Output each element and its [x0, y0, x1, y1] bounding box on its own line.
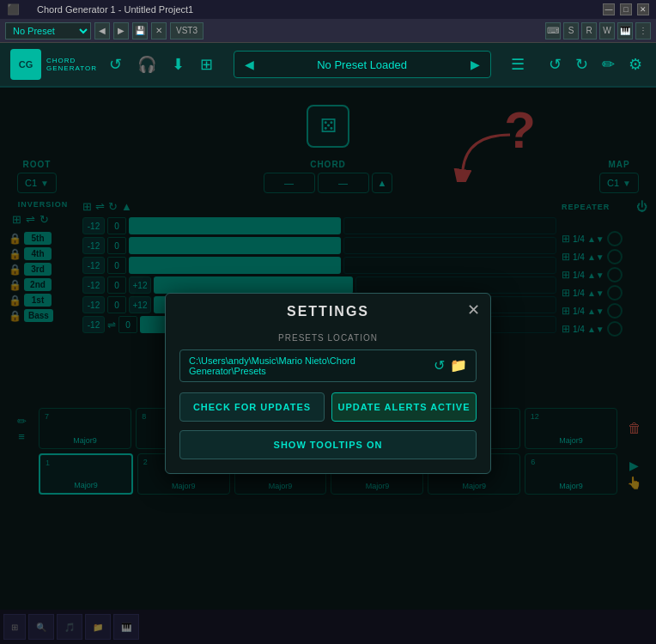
check-updates-button[interactable]: CHECK FOR UPDATES — [179, 392, 325, 422]
close-button[interactable]: ✕ — [637, 3, 649, 15]
presets-location-label: PRESETS LOCATION — [179, 333, 477, 343]
headphones-icon[interactable]: 🎧 — [134, 52, 160, 77]
extra-btn[interactable]: ⋮ — [635, 22, 651, 39]
menu-icon[interactable]: ☰ — [507, 52, 528, 77]
vst-button[interactable]: VST3 — [170, 22, 203, 39]
save-preset-button[interactable]: 💾 — [132, 22, 148, 39]
top-toolbar: CG CHORD GENERATOR ↺ 🎧 ⬇ ⊞ ◀ No Preset L… — [0, 43, 656, 88]
keyboard-icon-btn[interactable]: ⌨ — [545, 22, 561, 39]
presets-path-text: C:\Users\andy\Music\Mario Nieto\Chord Ge… — [189, 355, 428, 376]
preset-next-button[interactable]: ▶ — [471, 58, 480, 71]
undo-toolbar-icon[interactable]: ↺ — [545, 52, 565, 77]
minimize-button[interactable]: — — [603, 3, 615, 15]
modal-close-button[interactable]: ✕ — [467, 301, 480, 319]
logo-text: CHORD GENERATOR — [46, 57, 97, 72]
logo-line1: CHORD — [46, 57, 97, 64]
modal-overlay: SETTINGS ✕ PRESETS LOCATION C:\Users\and… — [0, 88, 656, 644]
undo-icon[interactable]: ↺ — [106, 52, 125, 77]
modal-title-bar: SETTINGS ✕ — [166, 294, 490, 326]
prev-preset-button[interactable]: ◀ — [94, 22, 110, 39]
maximize-button[interactable]: □ — [620, 3, 632, 15]
update-active-button[interactable]: UPDATE ALERTS ACTIVE — [331, 392, 477, 422]
settings-modal: SETTINGS ✕ PRESETS LOCATION C:\Users\and… — [165, 293, 491, 474]
app-icon: ⬛ — [7, 3, 20, 15]
title-bar: ⬛ Chord Generator 1 - Untitled Project1 … — [0, 0, 656, 19]
modal-btn-row: CHECK FOR UPDATES UPDATE ALERTS ACTIVE — [179, 392, 477, 422]
delete-preset-button[interactable]: ✕ — [151, 22, 167, 39]
window-controls: — □ ✕ — [603, 3, 649, 15]
path-refresh-button[interactable]: ↺ — [434, 357, 445, 374]
preset-dropdown[interactable]: No Preset — [5, 22, 91, 39]
toolbar-right: ↺ ↻ ✏ ⚙ — [545, 52, 646, 77]
grid-icon[interactable]: ⊞ — [197, 52, 216, 77]
presets-path-row: C:\Users\andy\Music\Mario Nieto\Chord Ge… — [179, 349, 477, 382]
logo-box: CG — [10, 49, 41, 80]
download-icon[interactable]: ⬇ — [168, 52, 188, 77]
show-tooltips-button[interactable]: SHOW TOOLTIPS ON — [179, 430, 477, 459]
r-button[interactable]: R — [581, 22, 597, 39]
redo-toolbar-icon[interactable]: ↻ — [572, 52, 592, 77]
preset-prev-button[interactable]: ◀ — [245, 58, 254, 71]
preset-display: ◀ No Preset Loaded ▶ — [234, 51, 491, 78]
pencil-icon[interactable]: ✏ — [598, 52, 618, 77]
next-preset-button[interactable]: ▶ — [113, 22, 129, 39]
modal-body: PRESETS LOCATION C:\Users\andy\Music\Mar… — [166, 326, 490, 473]
window-title: Chord Generator 1 - Untitled Project1 — [20, 4, 603, 15]
preset-loaded-text: No Preset Loaded — [261, 58, 464, 71]
app-area: ⚄ ? ROOT C1 ▼ CHORD — — ▲ MAP — [0, 88, 656, 644]
s-button[interactable]: S — [563, 22, 579, 39]
path-folder-button[interactable]: 📁 — [450, 357, 467, 374]
w-button[interactable]: W — [599, 22, 615, 39]
menu-bar: No Preset ◀ ▶ 💾 ✕ VST3 ⌨ S R W 🎹 ⋮ — [0, 19, 656, 43]
logo-line2: GENERATOR — [46, 64, 97, 72]
logo-short: CG — [19, 59, 33, 70]
piano-icon-btn[interactable]: 🎹 — [617, 22, 633, 39]
settings-icon[interactable]: ⚙ — [625, 52, 646, 77]
modal-title: SETTINGS — [179, 304, 477, 319]
